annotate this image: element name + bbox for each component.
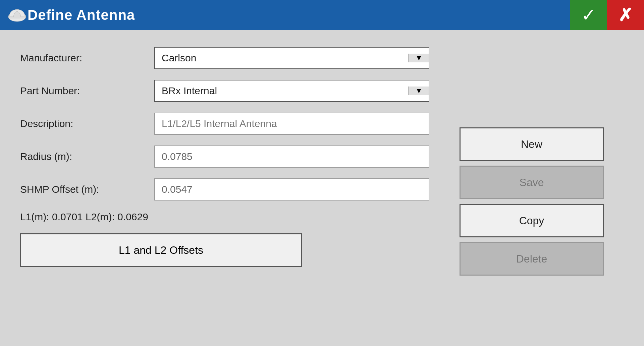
action-buttons: New Save Copy Delete [460,127,604,276]
manufacturer-control: Carlson ▼ [154,47,429,69]
l1-l2-offsets-button[interactable]: L1 and L2 Offsets [20,233,302,267]
hardhat-icon [7,5,28,25]
x-icon: ✗ [618,6,633,24]
manufacturer-select-wrapper[interactable]: Carlson ▼ [154,47,429,69]
part-number-label: Part Number: [20,85,154,97]
part-number-dropdown-arrow[interactable]: ▼ [409,86,429,95]
form-section: Manufacturer: Carlson ▼ Part Number: BRx… [20,47,624,278]
copy-button[interactable]: Copy [460,204,604,237]
title-bar-buttons: ✓ ✗ [570,0,644,30]
new-button[interactable]: New [460,127,604,161]
radius-label: Radius (m): [20,151,154,162]
ok-button[interactable]: ✓ [570,0,607,30]
save-button: Save [460,166,604,199]
page-title: Define Antenna [28,7,135,23]
title-bar: Define Antenna ✓ ✗ [0,0,644,30]
shmp-input[interactable] [154,178,429,200]
main-content: Manufacturer: Carlson ▼ Part Number: BRx… [0,30,644,294]
radius-control [154,146,429,168]
shmp-control [154,178,429,200]
part-number-value: BRx Internal [155,80,409,101]
description-control [154,113,429,135]
part-number-row: Part Number: BRx Internal ▼ [20,80,624,102]
delete-button: Delete [460,242,604,276]
part-number-control: BRx Internal ▼ [154,80,429,102]
radius-input[interactable] [154,146,429,168]
chevron-down-icon-2: ▼ [415,86,423,95]
checkmark-icon: ✓ [581,6,596,24]
part-number-select-wrapper[interactable]: BRx Internal ▼ [154,80,429,102]
chevron-down-icon: ▼ [415,54,423,62]
manufacturer-dropdown-arrow[interactable]: ▼ [409,54,429,62]
l1l2-values: L1(m): 0.0701 L2(m): 0.0629 [20,211,148,223]
manufacturer-value: Carlson [155,48,409,68]
manufacturer-row: Manufacturer: Carlson ▼ [20,47,624,69]
manufacturer-label: Manufacturer: [20,52,154,64]
shmp-label: SHMP Offset (m): [20,184,154,195]
description-input[interactable] [154,113,429,135]
description-label: Description: [20,118,154,129]
cancel-button[interactable]: ✗ [607,0,644,30]
